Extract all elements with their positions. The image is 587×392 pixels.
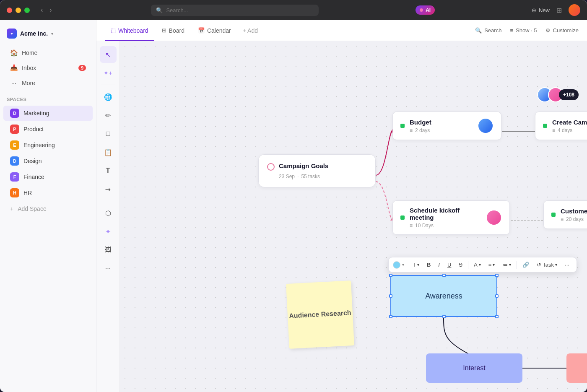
tool-note[interactable]: 📋 [100,144,117,161]
schedule-status-dot [400,215,405,220]
sidebar-item-home[interactable]: 🏠 Home [3,46,93,60]
fmt-link-btn[interactable]: 🔗 [519,260,532,270]
fmt-text-type-btn[interactable]: T▾ [410,260,422,270]
sidebar-item-hr[interactable]: H HR [3,185,93,200]
sticky-note-audience[interactable]: Audience Research [286,280,354,349]
show-nav-label: Show · 5 [516,27,537,34]
show-nav-item[interactable]: ≡ Show · 5 [510,27,537,34]
tool-ai[interactable]: ✦+ [100,65,117,81]
ai-label: AI [426,7,431,13]
customize-nav-item[interactable]: ⚙ Customize [545,27,579,34]
back-arrow[interactable]: ‹ [38,5,45,15]
fmt-strike-btn[interactable]: S [456,260,465,270]
sidebar-space-hr-label: HR [23,190,32,196]
search-nav-item[interactable]: 🔍 Search [475,27,501,34]
grid-icon[interactable]: ⊞ [556,6,562,14]
fullscreen-button[interactable] [24,8,30,13]
canvas[interactable]: +108 [120,41,587,392]
ai-badge[interactable]: AI [416,5,435,15]
fmt-more-btn[interactable]: ··· [562,260,572,270]
sidebar-item-inbox[interactable]: 📥 Inbox 9 [3,61,93,75]
create-campaign-card[interactable]: Create Campaign ≡ 4 days [535,112,587,140]
tool-rect[interactable]: □ [100,125,117,142]
sidebar-item-finance[interactable]: F Finance [3,169,93,184]
tool-sparkle[interactable]: ✦ [100,223,117,240]
sidebar-item-design[interactable]: D Design [3,153,93,169]
tab-calendar[interactable]: 📅 Calendar [192,24,237,37]
customer-beta-status-dot [551,213,556,217]
tab-calendar-label: Calendar [207,27,231,34]
sel-handle-tc[interactable] [442,274,446,277]
fmt-list-btn[interactable]: ≔▾ [499,260,514,270]
create-campaign-subtitle: ≡ 4 days [552,127,587,133]
tool-connector[interactable]: ↗ [96,177,120,201]
sticky-note-text: Audience Research [289,309,351,321]
tool-network[interactable]: ⬡ [100,205,117,221]
top-nav: ⬚ Whiteboard ⊞ Board 📅 Calendar + Add 🔍 [96,20,587,41]
global-search-bar[interactable]: 🔍 [151,5,319,16]
tool-pen[interactable]: ✏ [100,107,117,124]
sidebar-item-more[interactable]: ··· More [3,76,93,90]
interest-box[interactable]: Interest [426,353,522,383]
fc-chevron: ▾ [479,262,481,267]
sidebar-space-product-label: Product [23,126,44,132]
schedule-kickoff-card[interactable]: Schedule kickoff meeting ≡ 10 Days [392,200,510,235]
workspace-header[interactable]: ✦ Acme Inc. ▾ [0,25,96,45]
create-campaign-content: Create Campaign ≡ 4 days [552,119,587,133]
campaign-goals-card[interactable]: Campaign Goals 23 Sep · 55 tasks [258,154,376,187]
budget-duration: 2 days [415,127,430,133]
sel-handle-br[interactable] [495,315,499,318]
fmt-task-btn[interactable]: ↺ Task▾ [534,260,560,270]
fmt-align-btn[interactable]: ≡▾ [486,260,498,270]
add-tab-button[interactable]: + Add [239,25,262,36]
plus-icon: + [10,205,13,212]
campaign-goals-title: Campaign Goals [279,162,328,169]
global-search-input[interactable] [166,7,314,13]
budget-card[interactable]: Budget ≡ 2 days [392,112,501,140]
inbox-badge: 9 [78,65,86,71]
tool-cursor[interactable]: ↖ [100,46,117,63]
budget-title: Budget [410,119,473,126]
list-icon5: ≔ [502,262,508,268]
sidebar-item-engineering[interactable]: E Engineering [3,138,93,153]
sel-handle-tl[interactable] [389,274,392,277]
dot-separator: · [297,174,299,179]
sel-handle-bl[interactable] [389,315,392,318]
fmt-bold-btn[interactable]: B [424,260,434,270]
create-campaign-status-dot [543,124,547,128]
decision-box[interactable]: Decision [566,353,587,383]
sel-handle-ml[interactable] [389,294,392,298]
sel-handle-mr[interactable] [495,294,499,298]
sel-handle-bc[interactable] [442,315,446,318]
tool-more[interactable]: ··· [100,260,117,277]
color-picker-btn[interactable]: ▾ [393,261,404,269]
campaign-goals-tasks: 55 tasks [301,174,320,179]
forward-arrow[interactable]: › [47,5,54,15]
fmt-font-color-btn[interactable]: A▾ [471,260,484,270]
minimize-button[interactable] [16,8,21,13]
sidebar-item-product[interactable]: P Product [3,122,93,137]
close-button[interactable] [7,8,12,13]
home-icon: 🏠 [10,49,18,57]
sel-handle-tr[interactable] [495,274,499,277]
chevron-down-icon: ▾ [51,31,53,36]
awareness-box[interactable]: Awareness [390,275,497,317]
new-button[interactable]: ⊕ New [532,7,550,13]
content-area: ↖ ✦+ 🌐 ✏ □ 📋 T ↗ ⬡ ✦ 🖼 ··· [96,41,587,392]
tool-globe[interactable]: 🌐 [100,88,117,105]
add-space-button[interactable]: + Add Space [3,202,93,215]
sidebar-space-finance-label: Finance [23,174,44,180]
sidebar-space-marketing-label: Marketing [23,110,49,117]
sidebar-item-marketing[interactable]: D Marketing [3,106,93,121]
fmt-underline-btn[interactable]: U [444,260,454,270]
finance-dot: F [10,172,19,182]
tool-image[interactable]: 🖼 [100,241,117,258]
customer-beta-card[interactable]: Customer Beta ≡ 20 days [543,200,587,229]
tool-text[interactable]: T [100,162,117,179]
fmt-italic-btn[interactable]: I [435,260,443,270]
tab-board[interactable]: ⊞ Board [156,24,190,37]
design-dot: D [10,156,19,166]
user-avatar[interactable] [569,4,580,16]
fmt-sep-1 [407,261,407,269]
tab-whiteboard[interactable]: ⬚ Whiteboard [105,24,154,37]
